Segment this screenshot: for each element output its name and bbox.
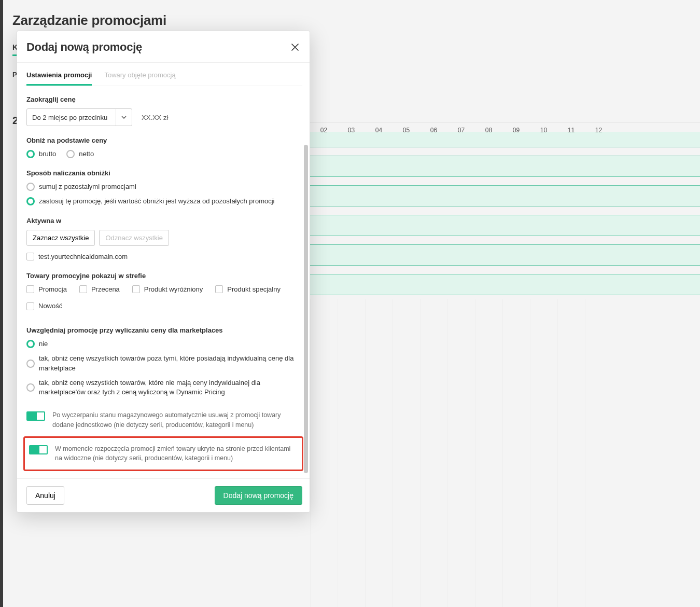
check-novelty-label: Nowość bbox=[38, 301, 62, 311]
checkbox-icon bbox=[26, 285, 34, 293]
modal-backdrop: Dodaj nową promocję Ustawienia promocji … bbox=[0, 0, 700, 607]
radio-icon bbox=[26, 383, 35, 392]
radio-netto[interactable]: netto bbox=[66, 149, 94, 159]
section-calc-method: Sposób naliczania obniżki sumuj z pozost… bbox=[24, 169, 302, 206]
check-featured[interactable]: Produkt wyróżniony bbox=[132, 285, 203, 294]
radio-icon bbox=[26, 360, 35, 368]
section-active-in: Aktywna w Zaznacz wszystkie Odznacz wszy… bbox=[24, 217, 302, 261]
checkbox-icon bbox=[26, 302, 34, 310]
calc-method-label: Sposób naliczania obniżki bbox=[26, 169, 300, 177]
checkbox-icon bbox=[215, 285, 223, 293]
section-price-basis: Obniż na podstawie ceny brutto netto bbox=[24, 136, 302, 159]
toggle-make-visible: W momencie rozpoczęcia promocji zmień to… bbox=[27, 441, 300, 467]
check-markdown-label: Przecena bbox=[91, 285, 120, 294]
checkbox-icon bbox=[26, 253, 34, 260]
chevron-down-icon bbox=[116, 109, 127, 126]
rounding-select[interactable]: Do 2 miejsc po przecinku bbox=[26, 108, 132, 126]
check-promo[interactable]: Promocja bbox=[26, 285, 67, 294]
check-special-label: Produkt specjalny bbox=[227, 285, 281, 294]
check-featured-label: Produkt wyróżniony bbox=[144, 285, 203, 294]
radio-higher[interactable]: zastosuj tę promocję, jeśli wartość obni… bbox=[26, 197, 300, 206]
checkbox-icon bbox=[79, 285, 87, 293]
price-basis-label: Obniż na podstawie ceny bbox=[26, 136, 300, 144]
check-special[interactable]: Produkt specjalny bbox=[215, 285, 281, 294]
deselect-all-button[interactable]: Odznacz wszystkie bbox=[99, 230, 169, 246]
check-promo-label: Promocja bbox=[38, 285, 67, 294]
radio-sum[interactable]: sumuj z pozostałymi promocjami bbox=[26, 182, 300, 191]
submit-button[interactable]: Dodaj nową promocję bbox=[215, 486, 302, 505]
radio-icon bbox=[26, 150, 35, 158]
checkbox-icon bbox=[132, 285, 140, 293]
radio-mp-yes2[interactable]: tak, obniż cenę wszystkich towarów, któr… bbox=[26, 378, 300, 397]
radio-icon bbox=[26, 197, 35, 205]
select-all-button[interactable]: Zaznacz wszystkie bbox=[26, 230, 95, 246]
check-markdown[interactable]: Przecena bbox=[79, 285, 120, 294]
toggle-auto-remove: Po wyczerpaniu stanu magazynowego automa… bbox=[24, 407, 302, 433]
radio-higher-label: zastosuj tę promocję, jeśli wartość obni… bbox=[39, 197, 274, 206]
rounding-select-value: Do 2 miejsc po przecinku bbox=[32, 114, 107, 121]
radio-mp-no[interactable]: nie bbox=[26, 339, 300, 349]
modal-scrollbar[interactable] bbox=[304, 94, 308, 473]
tab-products[interactable]: Towary objęte promocją bbox=[104, 68, 175, 86]
radio-netto-label: netto bbox=[79, 149, 94, 159]
rounding-sample: XX.XX zł bbox=[142, 114, 168, 121]
scroll-thumb[interactable] bbox=[304, 145, 308, 473]
add-promotion-modal: Dodaj nową promocję Ustawienia promocji … bbox=[17, 31, 310, 513]
radio-mp-yes1-label: tak, obniż cenę wszystkich towarów poza … bbox=[39, 354, 300, 373]
check-domain-label: test.yourtechnicaldomain.com bbox=[38, 252, 128, 261]
modal-footer: Anuluj Dodaj nową promocję bbox=[17, 478, 310, 512]
section-zones: Towary promocyjne pokazuj w strefie Prom… bbox=[24, 272, 302, 311]
radio-mp-yes1[interactable]: tak, obniż cenę wszystkich towarów poza … bbox=[26, 354, 300, 373]
radio-mp-no-label: nie bbox=[39, 339, 48, 349]
radio-icon bbox=[66, 150, 75, 158]
radio-brutto[interactable]: brutto bbox=[26, 149, 56, 159]
tab-settings[interactable]: Ustawienia promocji bbox=[26, 68, 92, 86]
active-in-label: Aktywna w bbox=[26, 217, 300, 225]
toggle-switch[interactable] bbox=[29, 445, 48, 454]
toggle-auto-remove-label: Po wyczerpaniu stanu magazynowego automa… bbox=[52, 410, 300, 430]
modal-body: Ustawienia promocji Towary objęte promoc… bbox=[17, 63, 310, 478]
toggle-make-visible-label: W momencie rozpoczęcia promocji zmień to… bbox=[55, 444, 298, 464]
rounding-label: Zaokrąglij cenę bbox=[26, 95, 300, 103]
highlighted-toggle-box: W momencie rozpoczęcia promocji zmień to… bbox=[23, 436, 303, 472]
section-marketplaces: Uwzględniaj promocję przy wyliczaniu cen… bbox=[24, 326, 302, 397]
modal-title: Dodaj nową promocję bbox=[26, 40, 142, 54]
check-novelty[interactable]: Nowość bbox=[26, 301, 300, 311]
modal-tabs: Ustawienia promocji Towary objęte promoc… bbox=[24, 68, 302, 86]
marketplaces-label: Uwzględniaj promocję przy wyliczaniu cen… bbox=[26, 326, 300, 334]
modal-header: Dodaj nową promocję bbox=[17, 31, 310, 63]
section-rounding: Zaokrąglij cenę Do 2 miejsc po przecinku… bbox=[24, 95, 302, 126]
toggle-switch[interactable] bbox=[26, 411, 45, 421]
check-domain[interactable]: test.yourtechnicaldomain.com bbox=[26, 252, 300, 261]
radio-brutto-label: brutto bbox=[39, 149, 56, 159]
radio-icon bbox=[26, 340, 35, 348]
zones-label: Towary promocyjne pokazuj w strefie bbox=[26, 272, 300, 280]
radio-sum-label: sumuj z pozostałymi promocjami bbox=[39, 182, 136, 191]
close-icon[interactable] bbox=[290, 42, 300, 52]
radio-mp-yes2-label: tak, obniż cenę wszystkich towarów, któr… bbox=[39, 378, 300, 397]
cancel-button[interactable]: Anuluj bbox=[26, 486, 64, 505]
radio-icon bbox=[26, 183, 35, 191]
